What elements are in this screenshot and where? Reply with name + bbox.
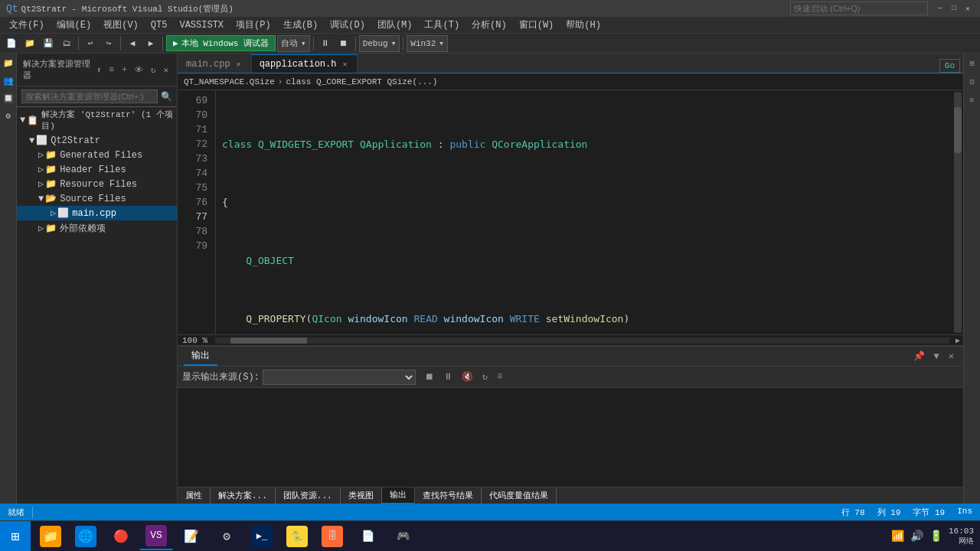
- code-content[interactable]: class Q_WIDGETS_EXPORT QApplication : pu…: [216, 90, 952, 334]
- menu-file[interactable]: 文件(F): [3, 17, 51, 33]
- tab-qapplication-close-icon[interactable]: ✕: [341, 59, 348, 70]
- pause-output-icon[interactable]: ⏸: [440, 370, 456, 384]
- right-icon-3[interactable]: ≡: [965, 93, 979, 107]
- taskbar-explorer[interactable]: 📁: [34, 523, 67, 550]
- taskbar-clock[interactable]: 16:03 网络: [949, 526, 974, 546]
- status-col: 列 19: [877, 507, 901, 518]
- class-view-icon[interactable]: 🔲: [2, 92, 15, 105]
- taskbar-extra[interactable]: 🎮: [386, 523, 420, 550]
- go-button[interactable]: Go: [939, 59, 960, 73]
- stop-output-icon[interactable]: ⏹: [422, 370, 437, 384]
- show-all-icon[interactable]: 👁: [132, 64, 145, 76]
- nav-back-button[interactable]: ◀: [124, 35, 141, 52]
- tab-qapplication[interactable]: qapplication.h ✕: [251, 54, 358, 73]
- platform-dropdown[interactable]: Win32 ▾: [407, 35, 448, 52]
- output-source-select[interactable]: [263, 370, 416, 385]
- solution-item[interactable]: ▼ 📋 解决方案 'Qt2Stratr' (1 个项目): [17, 107, 177, 133]
- collapse-icon[interactable]: ⬆: [94, 64, 104, 76]
- search-icon[interactable]: 🔍: [161, 91, 172, 103]
- menu-help[interactable]: 帮助(H): [560, 17, 607, 33]
- output-tab-active[interactable]: 输出: [184, 347, 217, 366]
- pin-icon[interactable]: 📌: [910, 349, 928, 364]
- menu-vassistx[interactable]: VASSISTX: [173, 18, 230, 32]
- team-resources-tab[interactable]: 团队资源...: [276, 487, 341, 504]
- stop-button[interactable]: ⏹: [335, 35, 352, 52]
- save-all-button[interactable]: 🗂: [58, 35, 75, 52]
- resource-files-item[interactable]: ▷ 📁 Resource Files: [17, 177, 177, 191]
- tab-main-cpp-close-icon[interactable]: ✕: [235, 59, 243, 70]
- sync-icon[interactable]: ↻: [149, 64, 158, 76]
- maximize-button[interactable]: □: [948, 3, 960, 14]
- find-symbol-tab[interactable]: 查找符号结果: [415, 487, 482, 504]
- undo-button[interactable]: ↩: [82, 35, 99, 52]
- run-button[interactable]: ▶ 本地 Windows 调试器: [166, 35, 276, 51]
- output-tab-bottom[interactable]: 输出: [382, 487, 415, 504]
- redo-button[interactable]: ↪: [100, 35, 117, 52]
- taskbar-ie[interactable]: 🌐: [69, 523, 103, 550]
- sidebar-search-input[interactable]: [21, 90, 158, 103]
- menu-analyze[interactable]: 分析(N): [466, 17, 513, 33]
- minimize-output-icon[interactable]: ▼: [931, 350, 942, 364]
- taskbar-chrome[interactable]: 🔴: [104, 523, 138, 550]
- breadcrumb-part2[interactable]: class Q_CORE_EXPORT QSize(...): [286, 77, 437, 86]
- menu-edit[interactable]: 编辑(E): [51, 17, 98, 33]
- horizontal-scrollbar-track[interactable]: [215, 337, 949, 344]
- output-source-label: 显示输出来源(S):: [182, 370, 260, 383]
- menu-tools[interactable]: 工具(T): [418, 17, 466, 33]
- sync-output-icon[interactable]: ↻: [479, 370, 491, 384]
- source-files-item[interactable]: ▼ 📂 Source Files: [17, 191, 177, 206]
- start-button[interactable]: ⊞: [0, 521, 31, 552]
- team-explorer-icon[interactable]: 👥: [2, 74, 15, 87]
- right-icon-2[interactable]: ⊡: [965, 75, 979, 89]
- more-output-icon[interactable]: ≡: [494, 370, 505, 384]
- solution-explorer-icon[interactable]: 📁: [2, 57, 15, 70]
- menu-qt5[interactable]: QT5: [145, 18, 174, 32]
- menu-view[interactable]: 视图(V): [97, 17, 145, 33]
- horizontal-scrollbar-thumb[interactable]: [230, 337, 307, 344]
- close-sidebar-icon[interactable]: ✕: [161, 64, 171, 76]
- properties-icon[interactable]: ⚙: [4, 109, 12, 122]
- right-icon-1[interactable]: ⊞: [965, 57, 979, 70]
- debug-config-dropdown[interactable]: Debug ▾: [359, 35, 400, 52]
- new-button[interactable]: 📄: [3, 35, 20, 52]
- menu-window[interactable]: 窗口(W): [513, 17, 560, 33]
- nav-forward-button[interactable]: ▶: [142, 35, 159, 52]
- taskbar-python[interactable]: 🐍: [280, 523, 314, 550]
- open-button[interactable]: 📁: [21, 35, 38, 52]
- taskbar-notepad[interactable]: 📝: [175, 523, 208, 550]
- taskbar-settings[interactable]: ⚙: [210, 523, 243, 550]
- external-deps-item[interactable]: ▷ 📁 外部依赖项: [17, 220, 177, 236]
- taskbar-pdf[interactable]: 📄: [351, 523, 384, 550]
- class-view-tab[interactable]: 类视图: [341, 487, 382, 504]
- project-expand-icon: ▼: [29, 135, 34, 146]
- generated-files-item[interactable]: ▷ 📁 Generated Files: [17, 148, 177, 162]
- close-output-icon[interactable]: ✕: [946, 349, 957, 364]
- code-metrics-tab[interactable]: 代码度量值结果: [482, 487, 557, 504]
- main-cpp-item[interactable]: ▷ ⬜ main.cpp: [17, 206, 177, 220]
- taskbar-vs[interactable]: VS: [139, 523, 173, 550]
- quick-launch-input[interactable]: [790, 2, 928, 15]
- tab-main-cpp[interactable]: main.cpp ✕: [178, 54, 251, 73]
- scrollbar-thumb-v[interactable]: [954, 107, 962, 153]
- new-file-icon[interactable]: +: [119, 64, 129, 76]
- clear-output-icon[interactable]: 🔇: [459, 370, 476, 384]
- save-button[interactable]: 💾: [40, 35, 57, 52]
- minimize-button[interactable]: ─: [934, 3, 946, 14]
- output-header: 输出 📌 ▼ ✕: [178, 347, 963, 367]
- pause-button[interactable]: ⏸: [317, 35, 334, 52]
- project-item[interactable]: ▼ ⬜ Qt2Stratr: [17, 133, 177, 148]
- editor-vertical-scrollbar[interactable]: [952, 90, 963, 334]
- breadcrumb-part1[interactable]: QT_NAMESPACE.QSize: [184, 77, 275, 86]
- properties-icon[interactable]: ≡: [107, 64, 117, 76]
- menu-debug[interactable]: 调试(D): [324, 17, 371, 33]
- properties-tab[interactable]: 属性: [178, 487, 211, 504]
- solution-tab[interactable]: 解决方案...: [211, 487, 276, 504]
- taskbar-terminal[interactable]: ▶_: [245, 523, 279, 550]
- header-files-item[interactable]: ▷ 📁 Header Files: [17, 162, 177, 177]
- taskbar-db[interactable]: 🗄: [315, 523, 349, 550]
- menu-team[interactable]: 团队(M): [371, 17, 419, 33]
- run-config-dropdown[interactable]: 自动 ▾: [277, 35, 310, 52]
- menu-build[interactable]: 生成(B): [277, 17, 325, 33]
- menu-project[interactable]: 项目(P): [230, 17, 277, 33]
- close-button[interactable]: ✕: [962, 3, 974, 14]
